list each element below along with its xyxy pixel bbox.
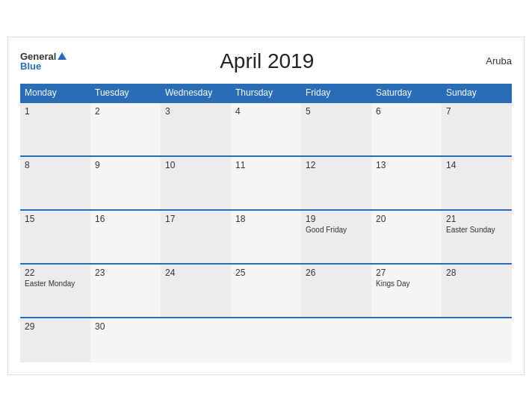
logo-general-text: General: [20, 52, 56, 61]
calendar-day-cell: 5: [301, 102, 371, 156]
weekday-friday: Friday: [301, 84, 371, 102]
day-event: Kings Day: [376, 279, 437, 288]
calendar-day-cell: [442, 318, 512, 362]
day-number: 22: [25, 268, 86, 278]
day-number: 4: [235, 106, 297, 117]
day-number: 13: [376, 160, 437, 170]
calendar-day-cell: 20: [371, 210, 442, 264]
weekday-wednesday: Wednesday: [161, 84, 231, 102]
calendar-day-cell: 8: [20, 156, 90, 210]
day-number: 10: [165, 160, 226, 170]
calendar-day-cell: 11: [231, 156, 301, 210]
weekday-tuesday: Tuesday: [90, 84, 161, 102]
day-number: 26: [306, 268, 367, 278]
calendar-day-cell: 26: [301, 264, 371, 318]
day-number: 3: [165, 106, 226, 117]
day-number: 25: [235, 268, 297, 278]
calendar-header: General Blue April 2019 Aruba: [20, 49, 512, 73]
day-number: 11: [235, 160, 297, 170]
calendar-day-cell: [371, 318, 442, 362]
day-event: Good Friday: [306, 226, 367, 234]
calendar-day-cell: 17: [161, 210, 231, 264]
day-number: 9: [95, 160, 156, 170]
calendar-day-cell: [301, 318, 371, 362]
weekday-sunday: Sunday: [442, 84, 512, 102]
calendar-day-cell: [231, 318, 301, 362]
day-number: 1: [25, 106, 86, 117]
day-number: 2: [95, 106, 156, 117]
calendar-day-cell: 30: [90, 318, 161, 362]
calendar-day-cell: 21Easter Sunday: [442, 210, 512, 264]
day-number: 15: [25, 214, 86, 224]
day-number: 21: [446, 214, 507, 224]
weekday-header-row: Monday Tuesday Wednesday Thursday Friday…: [20, 84, 512, 102]
calendar-day-cell: 6: [371, 102, 442, 156]
day-number: 19: [306, 214, 367, 224]
calendar-day-cell: 25: [231, 264, 301, 318]
calendar-day-cell: 13: [371, 156, 442, 210]
weekday-thursday: Thursday: [231, 84, 301, 102]
calendar-day-cell: 22Easter Monday: [20, 264, 90, 318]
day-number: 18: [235, 214, 297, 224]
calendar-day-cell: 4: [231, 102, 301, 156]
weekday-saturday: Saturday: [371, 84, 442, 102]
day-number: 23: [95, 268, 156, 278]
calendar-grid: Monday Tuesday Wednesday Thursday Friday…: [20, 84, 512, 362]
calendar-day-cell: 19Good Friday: [301, 210, 371, 264]
day-number: 6: [376, 106, 437, 117]
calendar-week-row: 22Easter Monday2324252627Kings Day28: [20, 264, 512, 318]
calendar-day-cell: 10: [161, 156, 231, 210]
calendar-week-row: 1234567: [20, 102, 512, 156]
calendar-week-row: 1516171819Good Friday2021Easter Sunday: [20, 210, 512, 264]
calendar-day-cell: 15: [20, 210, 90, 264]
logo-blue-text: Blue: [20, 61, 66, 71]
calendar-day-cell: 12: [301, 156, 371, 210]
calendar-day-cell: 2: [90, 102, 161, 156]
logo: General Blue: [20, 52, 66, 71]
logo-triangle-icon: [58, 52, 66, 60]
calendar-week-row: 891011121314: [20, 156, 512, 210]
day-number: 12: [306, 160, 367, 170]
calendar-day-cell: 7: [442, 102, 512, 156]
calendar-day-cell: 3: [161, 102, 231, 156]
calendar-container: General Blue April 2019 Aruba Monday Tue…: [7, 37, 525, 375]
calendar-day-cell: 29: [20, 318, 90, 362]
calendar-day-cell: 1: [20, 102, 90, 156]
calendar-day-cell: 16: [90, 210, 161, 264]
calendar-country: Aruba: [467, 55, 512, 67]
day-number: 7: [446, 106, 507, 117]
day-number: 28: [446, 268, 507, 278]
weekday-monday: Monday: [20, 84, 90, 102]
calendar-day-cell: 9: [90, 156, 161, 210]
day-number: 27: [376, 268, 437, 278]
calendar-day-cell: 14: [442, 156, 512, 210]
day-number: 8: [25, 160, 86, 170]
calendar-day-cell: 28: [442, 264, 512, 318]
calendar-title: April 2019: [66, 49, 467, 73]
day-number: 14: [446, 160, 507, 170]
calendar-day-cell: 23: [90, 264, 161, 318]
day-number: 29: [25, 321, 86, 332]
day-number: 30: [95, 321, 156, 332]
calendar-day-cell: 18: [231, 210, 301, 264]
day-number: 20: [376, 214, 437, 224]
day-number: 17: [165, 214, 226, 224]
day-number: 24: [165, 268, 226, 278]
day-event: Easter Monday: [25, 279, 86, 288]
day-number: 5: [306, 106, 367, 117]
day-event: Easter Sunday: [446, 226, 507, 234]
calendar-day-cell: 27Kings Day: [371, 264, 442, 318]
calendar-week-row: 2930: [20, 318, 512, 362]
calendar-day-cell: 24: [161, 264, 231, 318]
calendar-day-cell: [161, 318, 231, 362]
day-number: 16: [95, 214, 156, 224]
